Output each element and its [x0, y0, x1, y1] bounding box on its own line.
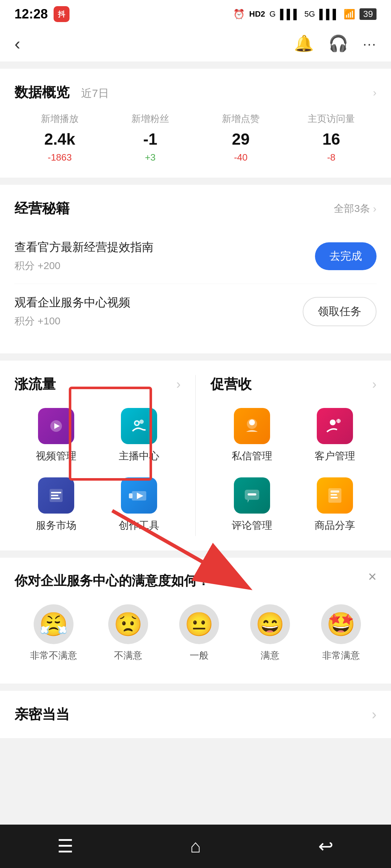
business-tips-link-label: 全部3条: [334, 202, 370, 216]
tool-comment-icon: [234, 477, 270, 514]
tool-service-icon: [38, 477, 74, 514]
tools-row: 涨流量 › 视频管理: [14, 375, 377, 536]
tool-private-messages[interactable]: 私信管理: [210, 404, 294, 467]
tool-comment-label: 评论管理: [232, 519, 272, 532]
status-bar: 12:28 抖 ⏰ HD2 G ▌▌▌ 5G ▌▌▌ 📶 39: [0, 0, 391, 25]
wifi-icon: 📶: [344, 9, 355, 20]
task-points-1: 积分 +100: [14, 314, 303, 328]
chevron-right-icon: ›: [373, 86, 377, 99]
hd2-icon: HD2: [249, 9, 265, 19]
chevron-right-icon-2: ›: [373, 203, 377, 215]
svg-point-14: [330, 420, 336, 425]
data-overview-link[interactable]: ›: [373, 86, 377, 99]
business-tips-title: 经营秘籍: [14, 199, 70, 218]
data-overview-period: 近7日: [81, 86, 109, 101]
emoji-neutral-face: 😐: [179, 604, 219, 644]
emoji-neutral-label: 一般: [190, 649, 209, 662]
svg-rect-8: [51, 498, 60, 499]
svg-rect-24: [331, 494, 337, 495]
more-button[interactable]: ···: [363, 34, 377, 52]
svg-rect-25: [331, 497, 338, 498]
survey-close-button[interactable]: ×: [368, 569, 377, 585]
home-icon: ⌂: [190, 836, 201, 857]
tool-video-management[interactable]: 视频管理: [14, 404, 98, 467]
stat-likes: 新增点赞 29 -40: [196, 112, 286, 163]
svg-rect-23: [331, 490, 339, 493]
emoji-very-unsatisfied-face: 😤: [34, 604, 73, 644]
tool-product-share[interactable]: 商品分享: [294, 474, 377, 536]
nav-right-icons: 🔔 🎧 ···: [294, 34, 377, 53]
notification-button[interactable]: 🔔: [294, 34, 314, 53]
emoji-neutral[interactable]: 😐 一般: [179, 604, 219, 662]
headset-button[interactable]: 🎧: [328, 34, 348, 53]
nav-back-button[interactable]: ↩: [261, 825, 391, 868]
svg-rect-11: [129, 493, 133, 498]
left-tools-grid: 视频管理 主播中心: [14, 404, 181, 536]
tool-service-market[interactable]: 服务市场: [14, 474, 98, 536]
svg-point-3: [139, 420, 144, 424]
back-button[interactable]: ‹: [14, 34, 20, 54]
stat-plays-change: -1863: [14, 152, 105, 163]
tool-customer-label: 客户管理: [315, 449, 355, 463]
emoji-satisfied[interactable]: 😄 满意: [250, 604, 290, 662]
bottom-partial-card: 亲密当当 ›: [0, 691, 391, 738]
emoji-unsatisfied-label: 不满意: [114, 649, 142, 662]
tool-anchor-label: 主播中心: [119, 449, 159, 463]
business-tips-card: 经营秘籍 全部3条 › 查看官方最新经营提效指南 积分 +200 去完成 观看企…: [0, 185, 391, 353]
stat-visits-label: 主页访问量: [286, 112, 377, 125]
bottom-card-chevron[interactable]: ›: [372, 706, 377, 723]
signal-5g-icon: 5G: [304, 9, 315, 19]
stat-followers: 新增粉丝 -1 +3: [105, 112, 196, 163]
bell-icon: 🔔: [294, 34, 314, 52]
battery-icon: 39: [360, 8, 377, 20]
left-column: 涨流量 › 视频管理: [14, 375, 181, 536]
tool-product-label: 商品分享: [315, 519, 355, 532]
signal-5g-bars-icon: ▌▌▌: [319, 9, 339, 20]
emoji-very-satisfied-label: 非常满意: [322, 649, 360, 662]
emoji-satisfied-label: 满意: [261, 649, 279, 662]
stat-visits-change: -8: [286, 152, 377, 163]
stat-plays-label: 新增播放: [14, 112, 105, 125]
emoji-satisfied-face: 😄: [250, 604, 290, 644]
stat-visits-value: 16: [286, 130, 377, 148]
tool-private-icon: [234, 408, 270, 444]
nav-menu-button[interactable]: ☰: [0, 825, 130, 868]
task-info-1: 观看企业服务中心视频 积分 +100: [14, 295, 303, 328]
signal-g-icon: G: [269, 9, 276, 19]
data-overview-header: 数据概览 近7日 ›: [14, 83, 377, 102]
business-tips-link[interactable]: 全部3条 ›: [334, 202, 377, 216]
emoji-very-satisfied[interactable]: 🤩 非常满意: [321, 604, 361, 662]
status-time: 12:28: [14, 7, 48, 22]
svg-rect-7: [51, 495, 58, 496]
tool-creation[interactable]: 创作工具: [98, 474, 181, 536]
nav-home-button[interactable]: ⌂: [130, 825, 261, 868]
task-btn-1[interactable]: 领取任务: [303, 297, 377, 326]
stat-followers-change: +3: [105, 152, 196, 163]
survey-title: 你对企业服务中心的满意度如何？: [14, 572, 377, 590]
tool-customer-management[interactable]: 客户管理: [294, 404, 377, 467]
business-tips-header: 经营秘籍 全部3条 ›: [14, 199, 377, 218]
tool-comment-management[interactable]: 评论管理: [210, 474, 294, 536]
left-column-header: 涨流量 ›: [14, 375, 181, 393]
right-tools-grid: 私信管理 客户管理: [210, 404, 377, 536]
survey-card: × 你对企业服务中心的满意度如何？ 😤 非常不满意 😟 不满意 😐 一般 😄 满…: [0, 558, 391, 684]
task-points-0: 积分 +200: [14, 259, 315, 273]
task-name-0: 查看官方最新经营提效指南: [14, 239, 315, 255]
data-overview-title: 数据概览: [14, 83, 70, 102]
right-column-chevron[interactable]: ›: [372, 377, 377, 392]
emoji-very-unsatisfied[interactable]: 😤 非常不满意: [30, 604, 77, 662]
left-column-chevron[interactable]: ›: [176, 377, 181, 392]
stat-plays-value: 2.4k: [14, 130, 105, 148]
right-column: 促营收 › 私信管理: [210, 375, 377, 536]
stat-followers-label: 新增粉丝: [105, 112, 196, 125]
headset-icon: 🎧: [328, 34, 348, 52]
more-icon: ···: [363, 37, 377, 52]
tool-anchor-center[interactable]: 主播中心: [98, 404, 181, 467]
stat-followers-value: -1: [105, 130, 196, 148]
emoji-unsatisfied[interactable]: 😟 不满意: [108, 604, 148, 662]
emoji-very-satisfied-face: 🤩: [321, 604, 361, 644]
tool-customer-icon: [317, 408, 353, 444]
svg-rect-6: [51, 492, 61, 493]
stat-likes-change: -40: [196, 152, 286, 163]
task-btn-0[interactable]: 去完成: [315, 242, 377, 270]
